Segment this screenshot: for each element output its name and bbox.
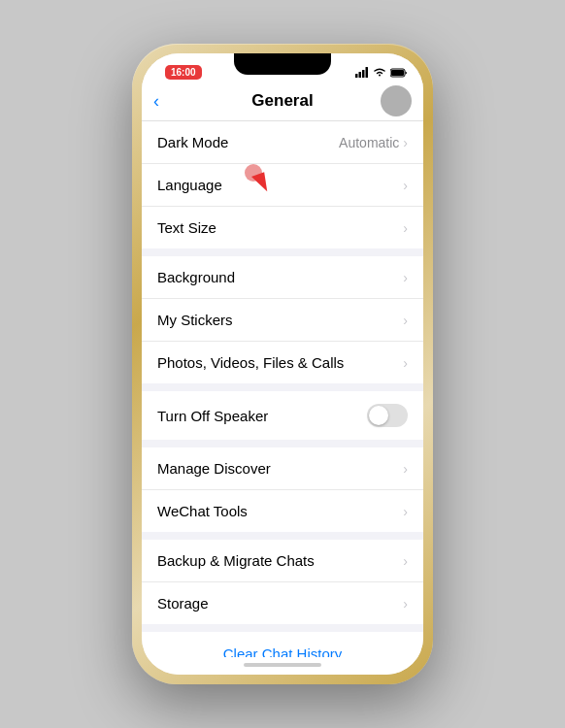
- back-button[interactable]: ‹: [153, 91, 159, 112]
- toggle-knob: [369, 406, 388, 425]
- section-media: Background › My Stickers › Photos, Video…: [142, 256, 423, 383]
- section-discover: Manage Discover › WeChat Tools ›: [142, 447, 423, 532]
- svg-rect-2: [362, 70, 365, 78]
- section-display: Dark Mode Automatic › Language › Text Si…: [142, 121, 423, 248]
- manage-discover-item[interactable]: Manage Discover ›: [142, 447, 423, 490]
- stickers-right: ›: [403, 313, 408, 328]
- background-item[interactable]: Background ›: [142, 256, 423, 299]
- storage-label: Storage: [157, 595, 209, 612]
- language-item[interactable]: Language ›: [142, 164, 423, 207]
- clear-chat-button[interactable]: Clear Chat History: [157, 645, 408, 657]
- battery-icon: [390, 68, 408, 78]
- chevron-icon: ›: [403, 461, 408, 477]
- photos-right: ›: [403, 355, 408, 371]
- language-label: Language: [157, 177, 222, 193]
- backup-right: ›: [403, 553, 408, 569]
- notch: [234, 53, 331, 75]
- home-indicator: [142, 657, 423, 675]
- section-speaker: Turn Off Speaker: [142, 391, 423, 440]
- page-title: General: [251, 91, 313, 111]
- phone-screen: 16:00: [142, 53, 423, 675]
- dark-mode-value: Automatic: [339, 135, 399, 150]
- chevron-icon: ›: [403, 355, 408, 371]
- settings-content: Dark Mode Automatic › Language › Text Si…: [142, 121, 423, 657]
- manage-discover-label: Manage Discover: [157, 460, 271, 477]
- storage-right: ›: [403, 596, 408, 612]
- photos-videos-item[interactable]: Photos, Videos, Files & Calls ›: [142, 342, 423, 383]
- svg-rect-3: [366, 67, 369, 78]
- my-stickers-label: My Stickers: [157, 312, 233, 328]
- dark-mode-label: Dark Mode: [157, 134, 228, 150]
- chevron-icon: ›: [403, 313, 408, 328]
- text-size-label: Text Size: [157, 219, 216, 236]
- text-size-right: ›: [403, 220, 408, 236]
- chevron-icon: ›: [403, 553, 408, 569]
- signal-icon: [355, 67, 369, 78]
- chevron-icon: ›: [403, 220, 408, 236]
- language-right: ›: [403, 178, 408, 193]
- backup-label: Backup & Migrate Chats: [157, 552, 315, 569]
- background-right: ›: [403, 270, 408, 285]
- status-time: 16:00: [165, 65, 202, 80]
- chevron-icon: ›: [403, 504, 408, 519]
- tools-right: ›: [403, 504, 408, 519]
- wechat-tools-item[interactable]: WeChat Tools ›: [142, 490, 423, 532]
- text-size-item[interactable]: Text Size ›: [142, 207, 423, 248]
- backup-migrate-item[interactable]: Backup & Migrate Chats ›: [142, 540, 423, 582]
- section-backup: Backup & Migrate Chats › Storage ›: [142, 540, 423, 624]
- photos-videos-label: Photos, Videos, Files & Calls: [157, 354, 344, 371]
- svg-rect-1: [359, 72, 362, 78]
- dark-mode-right: Automatic ›: [339, 135, 408, 150]
- background-label: Background: [157, 269, 235, 285]
- avatar: [381, 85, 412, 116]
- svg-rect-0: [355, 74, 358, 78]
- speaker-label: Turn Off Speaker: [157, 408, 268, 424]
- clear-chat-section: Clear Chat History: [142, 632, 423, 657]
- turn-off-speaker-item[interactable]: Turn Off Speaker: [142, 391, 423, 440]
- speaker-toggle[interactable]: [367, 404, 408, 427]
- discover-right: ›: [403, 461, 408, 477]
- dark-mode-item[interactable]: Dark Mode Automatic ›: [142, 121, 423, 164]
- chevron-icon: ›: [403, 135, 408, 150]
- wechat-tools-label: WeChat Tools: [157, 503, 248, 519]
- phone-frame: 16:00: [132, 44, 433, 684]
- wifi-icon: [373, 67, 386, 78]
- my-stickers-item[interactable]: My Stickers ›: [142, 299, 423, 342]
- chevron-icon: ›: [403, 270, 408, 285]
- chevron-icon: ›: [403, 178, 408, 193]
- home-bar: [244, 663, 321, 667]
- status-icons: [355, 67, 408, 78]
- storage-item[interactable]: Storage ›: [142, 582, 423, 624]
- chevron-icon: ›: [403, 596, 408, 612]
- nav-header: ‹ General: [142, 83, 423, 121]
- svg-rect-5: [391, 70, 404, 76]
